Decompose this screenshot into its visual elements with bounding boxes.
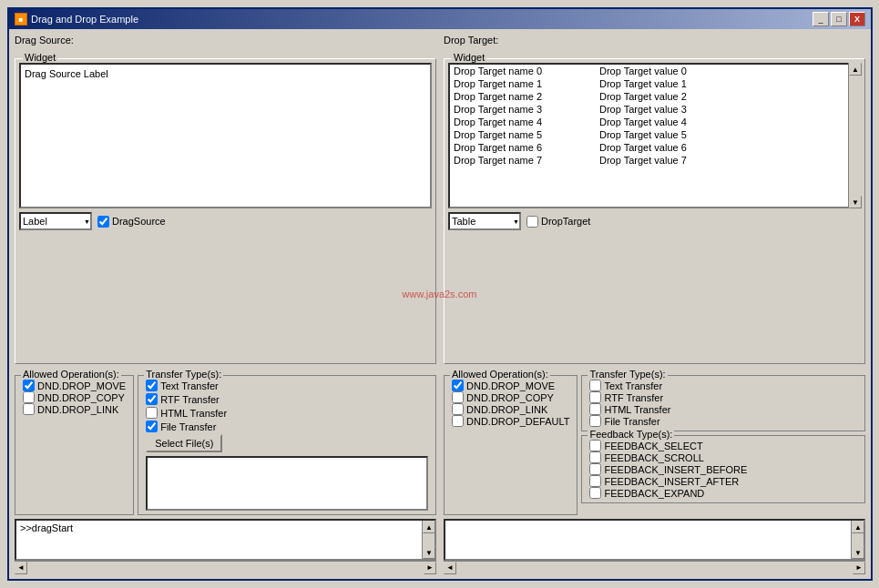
drop-target-transfer-group: Transfer Type(s): Text Transfer RTF Tran… xyxy=(581,375,865,431)
feedback-scroll[interactable]: FEEDBACK_SCROLL xyxy=(589,451,857,463)
drag-source-checkbox-label[interactable]: DragSource xyxy=(97,216,166,228)
log-row: >>dragStart ▲ ▼ ◄ ► xyxy=(15,519,865,573)
drag-source-ops-title: Allowed Operation(s): xyxy=(21,369,121,380)
scroll-up-button[interactable]: ▲ xyxy=(849,63,862,76)
drag-source-label: Drag Source: xyxy=(15,35,436,46)
table-row[interactable]: Drop Target name 2Drop Target value 2 xyxy=(450,90,846,103)
top-row: Drag Source: Widget Drag Source Label La… xyxy=(15,35,865,364)
scroll-track-vertical[interactable] xyxy=(849,76,861,196)
log-right-vscroll[interactable]: ▲ ▼ xyxy=(851,521,864,559)
drag-source-text-transfer[interactable]: Text Transfer xyxy=(146,380,428,391)
drop-target-type-select[interactable]: Label Table Tree Button xyxy=(448,212,521,230)
drop-target-type-wrapper[interactable]: Label Table Tree Button xyxy=(448,212,521,230)
drop-target-op-default[interactable]: DND.DROP_DEFAULT xyxy=(452,415,569,427)
log-left-scroll-down[interactable]: ▼ xyxy=(423,546,435,559)
drag-source-rtf-transfer[interactable]: RTF Transfer xyxy=(146,393,428,405)
drop-target-op-copy[interactable]: DND.DROP_COPY xyxy=(452,391,569,403)
drag-source-widget-group: Widget Drag Source Label Label Table Tre… xyxy=(15,58,436,364)
table-row[interactable]: Drop Target name 3Drop Target value 3 xyxy=(450,103,846,116)
log-left-content: >>dragStart xyxy=(20,522,431,533)
log-left-vscroll[interactable]: ▲ ▼ xyxy=(422,521,434,559)
drop-target-checkbox[interactable] xyxy=(526,216,538,228)
log-left-hscroll-track[interactable] xyxy=(27,562,424,574)
drag-source-panel: Drag Source: Widget Drag Source Label La… xyxy=(15,35,436,364)
log-right-scroll-left[interactable]: ◄ xyxy=(444,562,456,574)
main-window: ■ Drag and Drop Example _ □ X www.java2s… xyxy=(7,7,873,581)
drop-target-table-container: Drop Target name 0Drop Target value 0 Dr… xyxy=(448,63,861,208)
drag-source-op-link[interactable]: DND.DROP_LINK xyxy=(23,403,126,415)
log-left-area: >>dragStart ▲ ▼ xyxy=(15,519,436,561)
log-right-scroll-right[interactable]: ► xyxy=(853,562,865,574)
log-right-scroll-up[interactable]: ▲ xyxy=(852,521,864,533)
drop-target-widget-group: Widget Drop Target name 0Drop Target val… xyxy=(444,58,865,364)
drop-target-table-area[interactable]: Drop Target name 0Drop Target value 0 Dr… xyxy=(448,63,861,208)
drag-source-html-transfer[interactable]: HTML Transfer xyxy=(146,407,428,419)
log-left-scroll-left[interactable]: ◄ xyxy=(15,562,27,574)
drag-source-type-wrapper[interactable]: Label Table Tree Button xyxy=(19,212,92,230)
drop-target-controls: Label Table Tree Button DropTarget xyxy=(448,212,861,230)
drag-source-transfer-group: Transfer Type(s): Text Transfer RTF Tran… xyxy=(138,375,436,515)
drag-source-widget-area: Drag Source Label xyxy=(19,63,432,208)
drop-target-rtf-transfer[interactable]: RTF Transfer xyxy=(589,391,857,403)
app-icon: ■ xyxy=(15,13,27,25)
drag-source-checkbox[interactable] xyxy=(97,216,109,228)
titlebar-buttons: _ □ X xyxy=(813,12,865,26)
table-row[interactable]: Drop Target name 4Drop Target value 4 xyxy=(450,116,846,128)
drop-target-transfer-title: Transfer Type(s): xyxy=(588,369,667,380)
select-files-button[interactable]: Select File(s) xyxy=(146,434,222,452)
drop-target-text-transfer[interactable]: Text Transfer xyxy=(589,380,857,391)
file-list-area xyxy=(146,456,428,511)
log-right-scroll-track[interactable] xyxy=(852,533,864,546)
window-title: Drag and Drop Example xyxy=(31,14,138,25)
minimize-button[interactable]: _ xyxy=(813,12,829,26)
log-left-scroll-up[interactable]: ▲ xyxy=(423,521,435,533)
drag-source-controls: Label Table Tree Button DragSource xyxy=(19,212,432,230)
table-row[interactable]: Drop Target name 0Drop Target value 0 xyxy=(450,65,846,77)
feedback-select[interactable]: FEEDBACK_SELECT xyxy=(589,440,857,451)
log-left-scroll-right[interactable]: ► xyxy=(424,562,436,574)
drop-target-right: Transfer Type(s): Text Transfer RTF Tran… xyxy=(581,368,865,515)
left-bottom: Allowed Operation(s): DND.DROP_MOVE DND.… xyxy=(15,368,436,515)
drop-target-html-transfer[interactable]: HTML Transfer xyxy=(589,403,857,415)
drop-target-file-transfer[interactable]: File Transfer xyxy=(589,415,857,427)
table-row[interactable]: Drop Target name 1Drop Target value 1 xyxy=(450,77,846,90)
scroll-down-button[interactable]: ▼ xyxy=(849,196,862,208)
log-right-hscroll-track[interactable] xyxy=(456,562,853,574)
table-row[interactable]: Drop Target name 7Drop Target value 7 xyxy=(450,154,846,167)
file-area: Select File(s) xyxy=(146,434,428,511)
titlebar: ■ Drag and Drop Example _ □ X xyxy=(9,9,871,29)
log-left-container: >>dragStart ▲ ▼ ◄ ► xyxy=(15,519,436,573)
window-content: www.java2s.com Drag Source: Widget Drag … xyxy=(9,29,871,579)
feedback-insert-after[interactable]: FEEDBACK_INSERT_AFTER xyxy=(589,475,857,487)
right-bottom: Allowed Operation(s): DND.DROP_MOVE DND.… xyxy=(444,368,865,515)
log-right-container: ▲ ▼ ◄ ► xyxy=(444,519,865,573)
close-button[interactable]: X xyxy=(849,12,865,26)
log-left-hscroll[interactable]: ◄ ► xyxy=(15,561,436,573)
drop-target-checkbox-label[interactable]: DropTarget xyxy=(526,216,590,228)
feedback-group-title: Feedback Type(s): xyxy=(588,429,674,440)
log-left-scroll-track[interactable] xyxy=(423,533,434,546)
drag-source-transfer-title: Transfer Type(s): xyxy=(144,369,223,380)
log-left-text: >>dragStart xyxy=(20,522,73,533)
feedback-expand[interactable]: FEEDBACK_EXPAND xyxy=(589,487,857,499)
drag-source-checkbox-text: DragSource xyxy=(112,216,166,227)
table-row[interactable]: Drop Target name 6Drop Target value 6 xyxy=(450,141,846,154)
drag-source-type-select[interactable]: Label Table Tree Button xyxy=(19,212,92,230)
drag-source-op-move[interactable]: DND.DROP_MOVE xyxy=(23,380,126,391)
drag-source-file-transfer[interactable]: File Transfer xyxy=(146,421,428,432)
drop-target-group-title: Widget xyxy=(452,52,486,63)
drop-target-op-link[interactable]: DND.DROP_LINK xyxy=(452,403,569,415)
drop-target-ops-title: Allowed Operation(s): xyxy=(450,369,550,380)
table-row[interactable]: Drop Target name 5Drop Target value 5 xyxy=(450,128,846,141)
log-right-scroll-down[interactable]: ▼ xyxy=(852,546,864,559)
feedback-insert-before[interactable]: FEEDBACK_INSERT_BEFORE xyxy=(589,463,857,475)
drop-target-ops-group: Allowed Operation(s): DND.DROP_MOVE DND.… xyxy=(444,375,577,515)
log-right-hscroll[interactable]: ◄ ► xyxy=(444,561,865,573)
table-vertical-scrollbar[interactable]: ▲ ▼ xyxy=(848,63,861,208)
drop-target-op-move[interactable]: DND.DROP_MOVE xyxy=(452,380,569,391)
drag-source-op-copy[interactable]: DND.DROP_COPY xyxy=(23,391,126,403)
feedback-group: Feedback Type(s): FEEDBACK_SELECT FEEDBA… xyxy=(581,435,865,503)
maximize-button[interactable]: □ xyxy=(831,12,847,26)
bottom-panels: Allowed Operation(s): DND.DROP_MOVE DND.… xyxy=(15,368,865,515)
drop-target-label: Drop Target: xyxy=(444,35,865,46)
